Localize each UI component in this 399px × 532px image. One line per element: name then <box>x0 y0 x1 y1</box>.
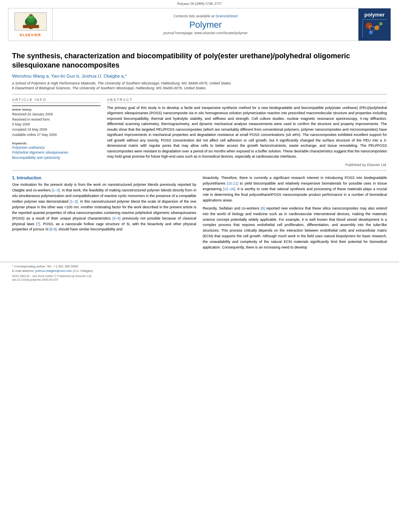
copyright-line-1: 0032-3861/$ – see front matter © Publish… <box>12 274 387 278</box>
divider-2 <box>12 170 387 170</box>
corresponding-author-text: * Corresponding author. Tel.: +1 601 266… <box>12 265 79 268</box>
journal-title: Polymer <box>189 20 222 30</box>
footer-copyright: 0032-3861/$ – see front matter © Publish… <box>12 274 387 281</box>
article-info-header: ARTICLE INFO <box>12 98 101 103</box>
intro-para-3: Recently, Seifalian and co-workers [6] r… <box>203 206 387 251</box>
sciencedirect-link[interactable]: ScienceDirect <box>216 14 238 18</box>
footer-area: * Corresponding author. Tel.: +1 601 266… <box>0 262 399 284</box>
abstract-text: The primary goal of this study is to dev… <box>107 105 387 160</box>
citation-bar: Polymer 50 (2009) 5749–5757 <box>0 0 399 6</box>
article-info-col: ARTICLE INFO Article history: Received 2… <box>12 98 101 167</box>
main-content: The synthesis, characterization and bioc… <box>0 43 399 262</box>
received-revised-date: 5 May 2009 <box>12 122 101 127</box>
intro-section-title: 1. Introduction <box>12 175 196 180</box>
affiliations: a School of Polymers & High Performance … <box>12 81 387 91</box>
divider-1 <box>12 94 387 94</box>
intro-para-2: bioactivity. Therefore, there is current… <box>203 175 387 203</box>
available-date: Available online 27 May 2009 <box>12 132 101 138</box>
keywords-section: Keywords: Poly(ester urethane)s Polyhedr… <box>12 141 101 160</box>
page-container: Polymer 50 (2009) 5749–5757 ELSE <box>0 0 399 284</box>
body-right-col: bioactivity. Therefore, there is current… <box>203 175 387 253</box>
article-info-box: Article history: Received 20 January 200… <box>12 105 101 138</box>
elsevier-logo-block: ELSEVIER <box>8 8 53 41</box>
history-label: Article history: <box>12 108 101 111</box>
journal-homepage: journal homepage: www.elsevier.com/locat… <box>163 31 248 35</box>
body-left-col: 1. Introduction One motivation for the p… <box>12 175 196 253</box>
received-date: Received 20 January 2009 <box>12 112 101 117</box>
elsevier-logo-image <box>14 12 47 31</box>
abstract-header: ABSTRACT <box>107 98 387 103</box>
info-abstract-columns: ARTICLE INFO Article history: Received 2… <box>12 98 387 167</box>
svg-rect-6 <box>23 25 39 28</box>
author-names: Wenshou Wang a, Yan-lin Guo b, Joshua U.… <box>12 74 127 78</box>
keywords-label: Keywords: <box>12 142 27 145</box>
polymer-logo-right: polymer <box>358 8 391 41</box>
copyright-line-2: doi:10.1016/j.polymer.2009.05.037 <box>12 278 387 281</box>
keyword-2: Polyhedral oligomeric silesquioxanes <box>12 150 101 155</box>
journal-center: Contents lists available at ScienceDirec… <box>53 8 358 41</box>
contents-line: Contents lists available at ScienceDirec… <box>173 14 238 18</box>
article-title: The synthesis, characterization and bioc… <box>12 51 387 70</box>
email-address: joshua.otaigbe@usm.edu <box>35 269 72 273</box>
email-label: E-mail address: <box>12 269 35 273</box>
email-line: E-mail address: joshua.otaigbe@usm.edu (… <box>12 269 387 273</box>
accepted-date: Accepted 19 May 2009 <box>12 127 101 132</box>
abstract-col: ABSTRACT The primary goal of this study … <box>107 98 387 167</box>
elsevier-text: ELSEVIER <box>20 33 41 37</box>
authors: Wenshou Wang a, Yan-lin Guo b, Joshua U.… <box>12 74 387 78</box>
body-columns: 1. Introduction One motivation for the p… <box>12 175 387 253</box>
polymer-brand-text: polymer <box>364 12 385 18</box>
citation-text: Polymer 50 (2009) 5749–5757 <box>177 2 222 6</box>
corresponding-author-note: * Corresponding author. Tel.: +1 601 266… <box>12 265 387 268</box>
received-revised-label: Received in revised form <box>12 117 101 122</box>
journal-header: ELSEVIER Contents lists available at Sci… <box>8 8 391 41</box>
intro-para-1: One motivation for the present study is … <box>12 182 196 232</box>
published-by: Published by Elsevier Ltd. <box>107 163 387 167</box>
keyword-1: Poly(ester urethane)s <box>12 145 101 150</box>
affiliation-a: a School of Polymers & High Performance … <box>12 81 387 86</box>
affiliation-b: b Department of Biological Sciences, The… <box>12 86 387 91</box>
keyword-3: Biocompatibility and cytotoxicity <box>12 155 101 160</box>
email-person: (J.U. Otaigbe). <box>73 269 94 273</box>
polymer-brand-image <box>362 19 387 37</box>
svg-point-5 <box>30 14 32 16</box>
